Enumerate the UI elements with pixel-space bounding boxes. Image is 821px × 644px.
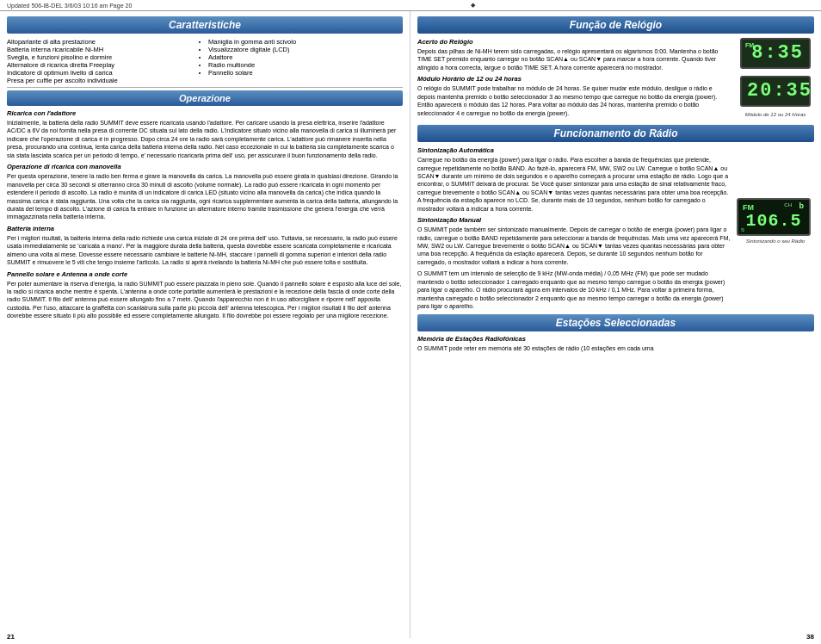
radio-caption: Sintonizando o seu Rádio xyxy=(737,238,814,244)
modulo-title: Módulo Horário de 12 ou 24 horas xyxy=(417,75,731,83)
acerto-title: Acerto do Relógio xyxy=(417,38,731,46)
top-bar-text: Updated 506-IB-DEL 3/6/03 10:16 am Page … xyxy=(7,3,132,9)
ricarica-title: Ricarica con l'adattore xyxy=(7,109,403,117)
batteria-text: Per i migliori risultati, la batteria in… xyxy=(7,234,403,267)
lcd-display-1: FM 8:35 xyxy=(740,38,811,69)
modulo-text: O relógio do SUMMIT pode trabalhar no mó… xyxy=(417,84,731,117)
top-bar-diamond: ◆ xyxy=(471,2,475,9)
feature-item: Adattore xyxy=(208,53,403,61)
features-right-col: Maniglia in gomma anti scivolo Visualizz… xyxy=(208,38,403,84)
sint-manual-title: Sintonização Manual xyxy=(417,216,731,224)
relogio-displays: FM 8:35 20:35 Módulo de 12 ou 24 Horas xyxy=(737,38,814,121)
pannello-title: Pannello solare e Antenna a onde corte xyxy=(7,270,403,278)
feature-item: Visualizzatore digitale (LCD) xyxy=(208,46,403,53)
funcionamento-content: Sintonização Automática Carregue no botã… xyxy=(417,146,814,313)
lcd-time-1: 8:35 xyxy=(747,43,804,64)
memoria-text: O SUMMIT pode reter em memória até 30 es… xyxy=(417,344,814,352)
relogio-content: Acerto do Relógio Depois das pilhas de N… xyxy=(417,38,731,121)
features-right-list: Maniglia in gomma anti scivolo Visualizz… xyxy=(208,38,403,77)
top-bar: Updated 506-IB-DEL 3/6/03 10:16 am Page … xyxy=(0,0,821,11)
left-column: Caratteristiche Altoparlante di alta pre… xyxy=(0,11,410,638)
feature-item: Alternatore di ricarica diretta Freeplay xyxy=(7,61,201,69)
feature-item: Radio multionde xyxy=(208,61,403,69)
sint-manual-text: O SUMMIT pode também ser sintonizado man… xyxy=(417,226,731,266)
feature-item: Presa per cuffie per ascolto individuale xyxy=(7,77,201,84)
pannello-text: Per poter aumentare la riserva d'energia… xyxy=(7,280,403,320)
right-column: Função de Relógio Acerto do Relógio Depo… xyxy=(410,11,821,638)
operazione-header: Operazione xyxy=(7,90,403,106)
ricarica-text: Inizialmente, la batteria della radio SU… xyxy=(7,119,403,159)
divider-1 xyxy=(7,87,403,88)
lcd-time-2: 20:35 xyxy=(747,81,804,102)
caratteristiche-header: Caratteristiche xyxy=(7,16,403,34)
sint-manual-text2: O SUMMIT tem um intervalo de selecção de… xyxy=(417,269,731,310)
b-label: b xyxy=(799,201,805,210)
feature-item: Indicatore di optimum livello di carica xyxy=(7,69,201,77)
acerto-text: Depois das pilhas de Ni-MH terem sido ca… xyxy=(417,47,731,71)
feature-item: Maniglia in gomma anti scivolo xyxy=(208,38,403,46)
memoria-title: Memória de Estações Radiofónicas xyxy=(417,335,814,343)
sint-auto-text: Carregue no botão da energia (power) par… xyxy=(417,156,731,213)
funcionamento-text-col: Sintonização Automática Carregue no botã… xyxy=(417,146,731,313)
radio-display-col: CH b FM 106.5 S Sintonizando o seu Rádio xyxy=(737,146,814,313)
funcao-relogio-header: Função de Relógio xyxy=(417,16,814,34)
s-label: S xyxy=(741,227,744,232)
manovella-title: Operazione di ricarica con manovella xyxy=(7,163,403,170)
ch-label: CH xyxy=(784,202,792,207)
features-left-list: Altoparlante di alta prestazione Batteri… xyxy=(7,38,201,84)
page-number-right: 38 xyxy=(806,633,814,638)
estacoes-header: Estações Seleccionadas xyxy=(417,314,814,331)
relogio-top: Acerto do Relógio Depois das pilhas de N… xyxy=(417,38,814,121)
feature-item: Altoparlante di alta prestazione xyxy=(7,38,201,46)
radio-display-box: CH b FM 106.5 S xyxy=(737,198,811,236)
batteria-title: Batteria interna xyxy=(7,225,403,232)
funcionamento-header: Funcionamento do Rádio xyxy=(417,125,814,142)
manovella-text: Per questa operazione, tenere la radio b… xyxy=(7,172,403,221)
feature-item: Batteria interna ricaricabile Ni-MH xyxy=(7,46,201,53)
lcd-display-2: 20:35 xyxy=(740,76,811,107)
radio-freq-display: 106.5 xyxy=(743,212,805,231)
feature-item: Pannello solare xyxy=(208,69,403,77)
features-container: Altoparlante di alta prestazione Batteri… xyxy=(7,38,403,84)
features-left-col: Altoparlante di alta prestazione Batteri… xyxy=(7,38,201,84)
fm-label-1: FM xyxy=(745,42,754,48)
feature-item: Sveglia, e funzioni pisolino e dormire xyxy=(7,53,201,61)
page-number-left: 21 xyxy=(7,633,15,638)
display2-label: Módulo de 12 ou 24 Horas xyxy=(745,112,806,117)
sint-auto-title: Sintonização Automática xyxy=(417,146,731,154)
